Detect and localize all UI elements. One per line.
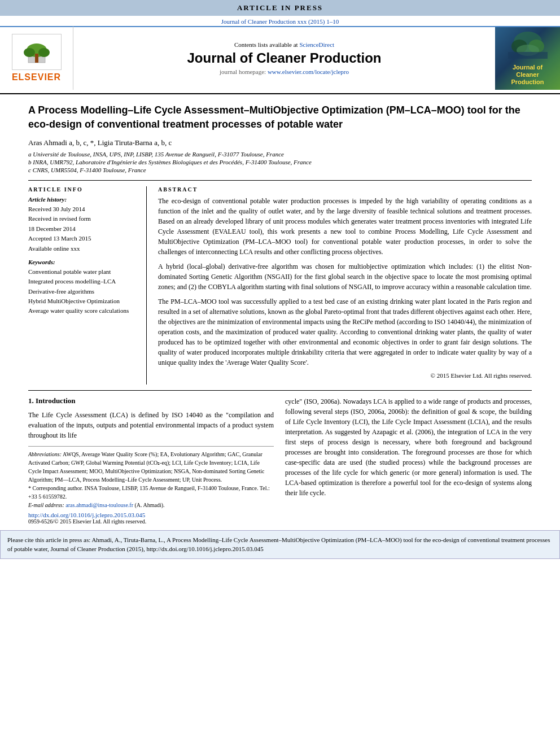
introduction-section: 1. Introduction The Life Cycle Assessmen…	[28, 396, 532, 525]
corresponding-text: * Corresponding author. INSA Toulouse, L…	[28, 484, 274, 501]
abstract-text: The eco-design of conventional potable w…	[158, 196, 532, 368]
keyword-4: Hybrid MultiObjective Optimization	[28, 297, 139, 305]
citation-box: Please cite this article in press as: Ah…	[0, 530, 560, 559]
svg-rect-10	[508, 52, 548, 59]
email-text: E-mail address: aras.ahmadi@insa-toulous…	[28, 501, 274, 509]
history-accepted: Accepted 13 March 2015	[28, 234, 139, 243]
svg-point-2	[24, 48, 35, 57]
contents-available-text: Contents lists available at ScienceDirec…	[234, 41, 334, 48]
svg-point-3	[38, 48, 50, 57]
affiliation-b: b INRA, UMR792, Laboratoire d'Ingénierie…	[28, 159, 532, 165]
affiliations-block: a Université de Toulouse, INSA, UPS, INP…	[28, 151, 532, 173]
email-link[interactable]: aras.ahmadi@insa-toulouse.fr	[65, 502, 133, 508]
history-revised-date: 18 December 2014	[28, 225, 139, 233]
journal-homepage: journal homepage: www.elsevier.com/locat…	[220, 68, 349, 75]
intro-right-text: cycle" (ISO, 2006a). Nowadays LCA is app…	[285, 396, 532, 498]
intro-heading: 1. Introduction	[28, 396, 274, 405]
doi-link[interactable]: http://dx.doi.org/10.1016/j.jclepro.2015…	[28, 512, 274, 518]
journal-center: Contents lists available at ScienceDirec…	[73, 26, 495, 90]
elsevier-wordmark: ELSEVIER	[12, 72, 61, 82]
keyword-5: Average water quality score calculations	[28, 307, 139, 315]
sciencedirect-link[interactable]: ScienceDirect	[299, 41, 334, 48]
abstract-label: ABSTRACT	[158, 186, 532, 193]
svg-rect-4	[35, 54, 38, 63]
affiliation-c: c CNRS, UMR5504, F-31400 Toulouse, Franc…	[28, 167, 532, 173]
history-received: Received 30 July 2014	[28, 205, 139, 213]
journal-title: Journal of Cleaner Production	[187, 50, 381, 66]
article-info-label: ARTICLE INFO	[28, 186, 139, 193]
journal-homepage-link[interactable]: www.elsevier.com/locate/jclepro	[268, 68, 349, 75]
cleaner-production-logo-image	[505, 30, 550, 62]
history-label: Article history:	[28, 196, 139, 203]
abstract-para-2: A hybrid (local–global) derivative-free …	[158, 261, 532, 292]
journal-right-logo: Journal ofCleanerProduction	[495, 26, 560, 90]
article-title: A Process Modelling–Life Cycle Assessmen…	[28, 103, 532, 132]
affiliation-a: a Université de Toulouse, INSA, UPS, INP…	[28, 151, 532, 158]
intro-left-text: The Life Cycle Assessment (LCA) is defin…	[28, 410, 274, 440]
elsevier-box	[12, 34, 62, 70]
abstract-column: ABSTRACT The eco-design of conventional …	[158, 186, 532, 385]
journal-header-inner: ELSEVIER Contents lists available at Sci…	[0, 26, 560, 90]
right-logo-title: Journal ofCleanerProduction	[511, 64, 544, 86]
footnotes-area: Abbreviations: AWQS, Average Water Quali…	[28, 446, 274, 525]
intro-right-column: cycle" (ISO, 2006a). Nowadays LCA is app…	[285, 396, 532, 525]
journal-header: Journal of Cleaner Production xxx (2015)…	[0, 16, 560, 94]
keyword-1: Conventional potable water plant	[28, 268, 139, 276]
keyword-2: Integrated process modelling–LCA	[28, 277, 139, 286]
abstract-para-3: The PM–LCA–MOO tool was successfully app…	[158, 296, 532, 368]
keyword-3: Derivative-free algorithms	[28, 287, 139, 296]
abbrev-text: Abbreviations: AWQS, Average Water Quali…	[28, 450, 274, 484]
article-info-column: ARTICLE INFO Article history: Received 3…	[28, 186, 147, 385]
issn-text: 0959-6526/© 2015 Elsevier Ltd. All right…	[28, 518, 274, 525]
article-in-press-banner: ARTICLE IN PRESS	[0, 0, 560, 16]
elsevier-tree-icon	[17, 37, 56, 65]
article-info-abstract: ARTICLE INFO Article history: Received 3…	[28, 180, 532, 385]
copyright-text: © 2015 Elsevier Ltd. All rights reserved…	[158, 372, 532, 379]
abstract-para-1: The eco-design of conventional potable w…	[158, 196, 532, 257]
section-divider	[28, 390, 532, 391]
journal-top-link[interactable]: Journal of Cleaner Production xxx (2015)…	[221, 18, 339, 25]
history-revised-label: Received in revised form	[28, 215, 139, 223]
authors-line: Aras Ahmadi a, b, c, *, Ligia Tiruta-Bar…	[28, 138, 532, 147]
main-content: A Process Modelling–Life Cycle Assessmen…	[0, 94, 560, 530]
keywords-label: Keywords:	[28, 259, 139, 265]
intro-left-column: 1. Introduction The Life Cycle Assessmen…	[28, 396, 274, 525]
history-online: Available online xxx	[28, 244, 139, 253]
elsevier-logo-area: ELSEVIER	[0, 26, 73, 90]
